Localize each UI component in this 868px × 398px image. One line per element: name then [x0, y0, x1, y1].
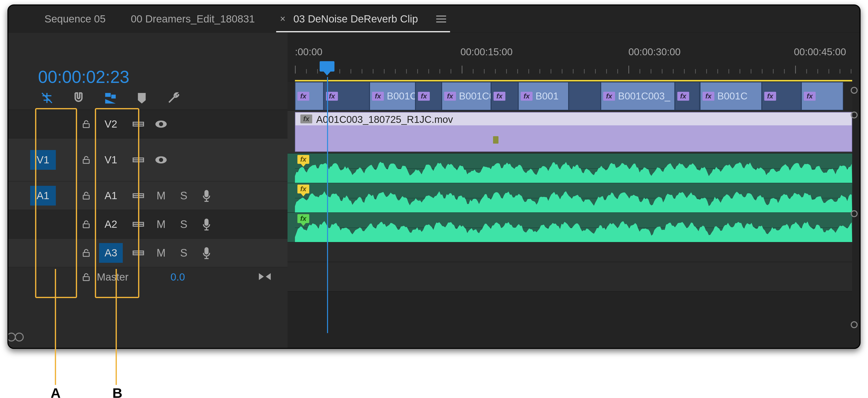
solo-a3[interactable]: S	[173, 247, 195, 259]
track-target-v2[interactable]: V2	[99, 114, 123, 134]
playhead-handle[interactable]	[320, 61, 335, 72]
lock-toggle-a2[interactable]	[78, 219, 95, 230]
voiceover-a1[interactable]	[195, 190, 218, 202]
video-clip-v2[interactable]	[569, 82, 601, 110]
settings-wrench-icon[interactable]	[166, 91, 180, 105]
fx-badge-icon[interactable]: fx	[603, 92, 615, 101]
tab-sequence-05[interactable]: Sequence 05	[43, 5, 107, 32]
track-a3[interactable]: fx	[287, 213, 852, 242]
video-clip-v2[interactable]: fx	[762, 82, 801, 110]
zoom-handle-right[interactable]	[7, 333, 16, 341]
video-clip-v2[interactable]: fxB001	[518, 82, 569, 110]
source-patch-v1[interactable]: V1	[30, 150, 56, 170]
track-v1[interactable]: fx A001C003_180725_R1JC.mov	[287, 110, 852, 154]
video-clip-v2[interactable]: fxB001C	[370, 82, 415, 110]
vzoom-handle-top[interactable]	[851, 87, 858, 94]
horizontal-zoom-scrollbar[interactable]	[15, 332, 16, 342]
add-marker-icon[interactable]	[135, 91, 149, 105]
sync-lock-a3[interactable]	[127, 248, 150, 258]
sync-lock-v2[interactable]	[127, 120, 150, 129]
track-target-a3[interactable]: A3	[99, 243, 123, 263]
mute-a3[interactable]: M	[150, 247, 173, 259]
fx-badge-icon[interactable]: fx	[372, 92, 384, 101]
video-clip-v2[interactable]: fx	[415, 82, 442, 110]
toggle-track-output-v2[interactable]	[150, 119, 173, 129]
voiceover-a2[interactable]	[195, 218, 218, 230]
track-a2[interactable]: fx	[287, 183, 852, 213]
lock-toggle-v2[interactable]	[78, 119, 95, 129]
voiceover-a3[interactable]	[195, 247, 218, 259]
lock-toggle-v1[interactable]	[78, 155, 95, 165]
video-clip-v2[interactable]: fx	[675, 82, 700, 110]
sync-lock-v1[interactable]	[127, 155, 150, 165]
source-patch-v2[interactable]	[30, 114, 56, 134]
source-patch-a1[interactable]: A1	[30, 186, 56, 205]
sync-lock-a2[interactable]	[127, 220, 150, 229]
fx-badge-icon[interactable]: fx	[300, 114, 312, 123]
tab-label: Sequence 05	[44, 13, 106, 25]
mute-a1[interactable]: M	[150, 190, 173, 202]
mute-a2[interactable]: M	[150, 218, 173, 230]
clip-label: B001C00	[459, 91, 491, 102]
video-clip-v1[interactable]: fx A001C003_180725_R1JC.mov	[295, 112, 852, 152]
stereo-link-icon[interactable]	[258, 272, 272, 283]
toggle-track-output-v1[interactable]	[150, 155, 173, 165]
solo-a2[interactable]: S	[173, 218, 195, 230]
timeline-content[interactable]: :00:00 00:00:15:00 00:00:30:00 00:00:45:…	[287, 33, 860, 348]
video-clip-v2[interactable]: fx	[801, 82, 843, 110]
clip-marker-icon[interactable]	[493, 136, 498, 143]
fx-badge-icon[interactable]: fx	[677, 92, 689, 101]
fx-badge-icon[interactable]: fx	[494, 92, 505, 101]
track-target-v1[interactable]: V1	[99, 150, 123, 170]
fx-badge-icon[interactable]: fx	[444, 92, 456, 101]
track-a1[interactable]: fx	[287, 154, 852, 183]
fx-badge-icon[interactable]: fx	[418, 92, 430, 101]
vzoom-handle-bottom[interactable]	[851, 321, 858, 328]
tab-denoise-dereverb[interactable]: × 03 DeNoise DeReverb Clip	[279, 5, 447, 32]
timeline-toolbar	[40, 89, 180, 107]
track-target-a1[interactable]: A1	[99, 186, 123, 205]
time-ruler[interactable]: :00:00 00:00:15:00 00:00:30:00 00:00:45:…	[287, 46, 852, 78]
playhead-timecode[interactable]: 00:00:02:23	[38, 67, 129, 87]
video-clip-v2[interactable]: fx	[295, 82, 323, 110]
fx-badge-icon[interactable]: fx	[521, 92, 532, 101]
vzoom-handle-2[interactable]	[851, 111, 858, 119]
audio-clip-a3[interactable]: fx	[295, 213, 852, 242]
vertical-zoom-scrollbar[interactable]	[851, 87, 858, 328]
track-v2[interactable]: fxfxfxB001CfxfxB001C00fxfxB001fxB001C003…	[287, 82, 852, 110]
fx-badge-icon[interactable]: fx	[703, 92, 714, 101]
source-patch-a3[interactable]	[30, 243, 56, 263]
clip-label: B001C003_	[618, 91, 670, 102]
zoom-handle-left[interactable]	[15, 333, 24, 341]
panel-menu-icon[interactable]	[436, 15, 446, 23]
video-clip-v2[interactable]: fxB001C	[700, 82, 762, 110]
solo-a1[interactable]: S	[173, 190, 195, 202]
track-target-a2[interactable]: A2	[99, 214, 123, 234]
video-clip-v2[interactable]: fxB001C00	[442, 82, 491, 110]
video-clip-v2[interactable]: fx	[323, 82, 370, 110]
lock-toggle-a1[interactable]	[78, 191, 95, 201]
master-volume-value[interactable]: 0.0	[170, 271, 185, 283]
vzoom-handle-3[interactable]	[851, 210, 858, 217]
audio-clip-a1[interactable]: fx	[295, 154, 852, 183]
video-clip-v2[interactable]: fxB001C003_	[601, 82, 675, 110]
fx-badge-icon[interactable]: fx	[764, 92, 776, 101]
ruler-ticks	[287, 63, 852, 76]
fx-badge-icon[interactable]: fx	[298, 92, 309, 101]
track-header-a3: A3 M S	[8, 238, 287, 267]
audio-clip-a2[interactable]: fx	[295, 183, 852, 212]
source-patch-a2[interactable]	[30, 214, 56, 234]
snap-magnet-icon[interactable]	[72, 91, 86, 105]
close-tab-icon[interactable]: ×	[280, 13, 285, 24]
track-master[interactable]	[287, 242, 852, 262]
fx-badge-icon[interactable]: fx	[804, 92, 816, 101]
sync-lock-a1[interactable]	[127, 191, 150, 200]
lock-toggle-a3[interactable]	[78, 248, 95, 258]
master-track-label: Master	[97, 271, 128, 283]
tab-dreamers-edit[interactable]: 00 Dreamers_Edit_180831	[129, 5, 256, 32]
video-clip-v2[interactable]: fx	[491, 82, 518, 110]
lock-toggle-master[interactable]	[78, 272, 95, 282]
work-area-bar[interactable]	[295, 80, 852, 81]
linked-selection-icon[interactable]	[103, 91, 117, 105]
insert-overwrite-icon[interactable]	[40, 91, 54, 105]
